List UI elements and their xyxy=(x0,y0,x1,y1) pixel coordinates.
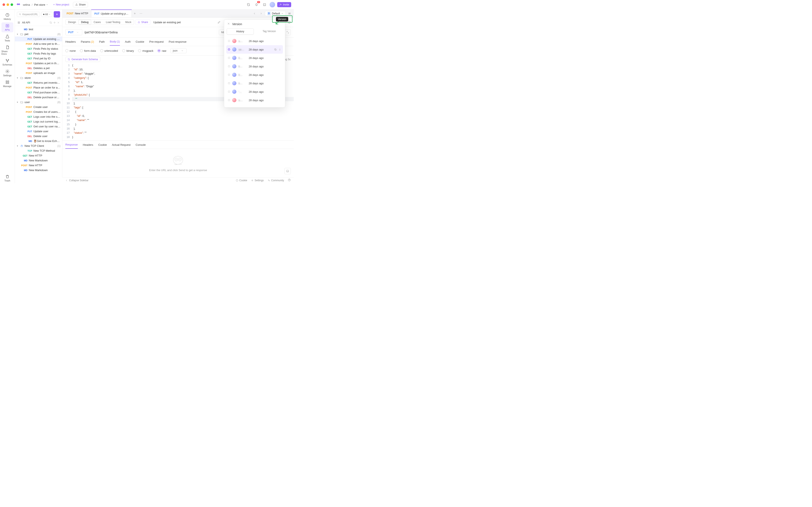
tree-item[interactable]: GETFind purchase order … xyxy=(15,90,62,95)
reqtab-body[interactable]: Body(1) xyxy=(110,38,120,46)
tab-new-http[interactable]: POSTNew HTTP xyxy=(64,9,91,17)
invite-button[interactable]: Invite xyxy=(277,2,291,7)
tree-item[interactable]: GETFind pet by ID xyxy=(15,56,62,61)
tree-item[interactable]: DELDelete user xyxy=(15,134,62,138)
copy-icon[interactable] xyxy=(274,48,277,51)
filter-dropdown[interactable]: All xyxy=(41,12,52,17)
locate-icon[interactable] xyxy=(53,21,56,24)
subtab-debug[interactable]: Debug xyxy=(79,20,91,25)
close-window-button[interactable] xyxy=(3,3,5,6)
tree-item[interactable]: MDNew Markdown xyxy=(15,158,62,163)
version-row[interactable]: s… 26 days ago xyxy=(226,37,283,45)
tree-item[interactable]: GETNew HTTP xyxy=(15,153,62,158)
tree-item[interactable]: MDNew Markdown xyxy=(15,168,62,173)
method-select[interactable]: PUT xyxy=(65,29,82,35)
tabs-more-button[interactable]: ⋯ xyxy=(138,11,144,16)
tab-update-pet[interactable]: PUTUpdate an existing p… xyxy=(91,9,132,17)
version-row[interactable]: '… 28 days ago xyxy=(226,88,283,96)
tree-item[interactable]: POSTUpdates a pet in the … xyxy=(15,61,62,66)
status-cookie[interactable]: Cookie xyxy=(236,178,247,182)
reqtab-post[interactable]: Post-response xyxy=(169,38,187,45)
rail-trash[interactable]: Trash xyxy=(1,173,13,183)
layout-toggle-button[interactable] xyxy=(285,168,291,174)
tree-item[interactable]: POSTCreates list of users … xyxy=(15,109,62,114)
reqtab-auth[interactable]: Auth xyxy=(125,38,131,45)
tree-item-md[interactable]: MDtest xyxy=(15,27,62,32)
body-formdata[interactable]: form-data xyxy=(80,49,96,52)
reqtab-headers[interactable]: Headers xyxy=(65,38,76,45)
collapse-sidebar-button[interactable]: Collapse Sidebar xyxy=(65,179,88,182)
tree-item[interactable]: GETFinds Pets by tags xyxy=(15,51,62,56)
notes-button[interactable] xyxy=(262,2,267,8)
share-api-button[interactable]: Share xyxy=(135,19,150,25)
resptab-response[interactable]: Response xyxy=(65,141,78,149)
edit-title-button[interactable] xyxy=(216,19,222,25)
new-project-button[interactable]: + New project xyxy=(51,2,71,7)
body-format-select[interactable]: json xyxy=(170,48,187,53)
url-input[interactable] xyxy=(84,31,217,34)
workspace-name[interactable]: selina xyxy=(23,3,30,6)
version-row[interactable]: li… 28 days ago xyxy=(226,54,283,62)
folder-user[interactable]: ▾user(8) xyxy=(15,100,62,105)
sync-button[interactable] xyxy=(246,2,251,8)
resptab-console[interactable]: Console xyxy=(136,141,146,149)
version-row[interactable]: li… 28 days ago xyxy=(226,79,283,88)
body-none[interactable]: none xyxy=(65,49,76,52)
version-row[interactable]: se… 28 days ago xyxy=(226,45,283,54)
reqtab-cookie[interactable]: Cookie xyxy=(136,38,144,45)
reqtab-params[interactable]: Params(2) xyxy=(81,38,94,45)
tree-item[interactable]: POSTAdd a new pet to the … xyxy=(15,41,62,46)
folder-store[interactable]: ▾store(4) xyxy=(15,75,62,80)
expand-button[interactable] xyxy=(285,30,291,35)
subtab-mock[interactable]: Mock xyxy=(123,20,134,25)
resptab-actual[interactable]: Actual Request xyxy=(112,141,131,149)
tree-item[interactable]: GETGet user by user name xyxy=(15,124,62,129)
tab-prev-button[interactable] xyxy=(251,11,257,16)
version-row[interactable]: li… 28 days ago xyxy=(226,62,283,70)
body-binary[interactable]: binary xyxy=(122,49,134,52)
body-urlencoded[interactable]: urlencoded xyxy=(100,49,118,52)
tree-item[interactable]: POSTuploads an image xyxy=(15,70,62,75)
status-help[interactable] xyxy=(288,178,291,182)
environment-dropdown[interactable]: DDefault xyxy=(265,11,286,16)
env-settings-button[interactable] xyxy=(287,11,293,16)
version-row[interactable]: s… 28 days ago xyxy=(226,96,283,104)
all-api-row[interactable]: All API xyxy=(15,19,62,26)
body-msgpack[interactable]: msgpack xyxy=(138,49,153,52)
version-tab-tag[interactable]: Tag Version xyxy=(256,28,283,35)
tree-item[interactable]: PUTUpdate user xyxy=(15,129,62,134)
search-input[interactable]: Keyword/URL xyxy=(17,12,40,17)
tree-item[interactable]: GETReturns pet inventori… xyxy=(15,80,62,85)
status-settings[interactable]: Settings xyxy=(251,178,264,182)
tree-item[interactable]: POSTNew HTTP xyxy=(15,163,62,168)
subtab-design[interactable]: Design xyxy=(65,20,79,25)
tree-item[interactable]: GETLogs user into the sy… xyxy=(15,114,62,119)
more-button[interactable] xyxy=(288,21,291,24)
subtab-load[interactable]: Load Testing xyxy=(103,20,123,25)
rail-apis[interactable]: APIs xyxy=(1,22,13,32)
resptab-headers[interactable]: Headers xyxy=(83,141,93,149)
tree-item[interactable]: POSTPlace an order for a … xyxy=(15,85,62,90)
rail-settings[interactable]: Settings xyxy=(1,68,13,78)
minimize-window-button[interactable] xyxy=(7,3,9,6)
rail-tests[interactable]: Tests xyxy=(1,33,13,43)
rail-manage[interactable]: Manage xyxy=(1,79,13,89)
zoom-window-button[interactable] xyxy=(11,3,13,6)
rail-schemas[interactable]: Schemas xyxy=(1,57,13,67)
pin-icon[interactable] xyxy=(278,48,281,51)
tree-item[interactable]: DELDeletes a pet xyxy=(15,66,62,70)
tree-item[interactable]: PUTUpdate an existing pet xyxy=(15,37,62,41)
share-button[interactable]: Share xyxy=(73,2,88,7)
close-popover-button[interactable] xyxy=(227,22,230,26)
folder-pet[interactable]: ▾pet(8) xyxy=(15,32,62,37)
version-tab-history[interactable]: History xyxy=(227,28,254,35)
folder-tcp[interactable]: ▾New TCP Client(1) xyxy=(15,144,62,148)
close-icon[interactable] xyxy=(57,21,60,24)
refresh-icon[interactable] xyxy=(49,21,52,24)
rail-sharedocs[interactable]: Share Docs xyxy=(1,44,13,56)
rail-history[interactable]: History xyxy=(1,12,13,21)
subtab-cases[interactable]: Cases xyxy=(91,20,103,25)
reqtab-path[interactable]: Path xyxy=(99,38,105,45)
project-dropdown[interactable]: Pet store xyxy=(34,3,48,6)
body-raw[interactable]: raw xyxy=(158,49,166,52)
